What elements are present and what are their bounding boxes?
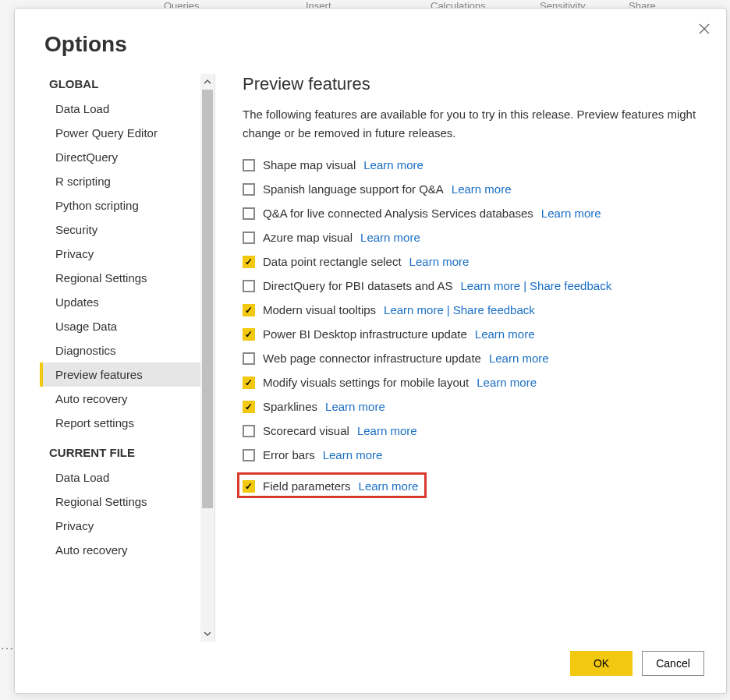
- learn-more-link[interactable]: Learn more: [363, 158, 423, 171]
- dialog-footer: OK Cancel: [15, 642, 726, 693]
- options-dialog: Options GLOBALData LoadPower Query Edito…: [14, 8, 727, 694]
- feature-row: Shape map visualLearn more: [243, 158, 703, 171]
- nav-item[interactable]: Regional Settings: [40, 266, 200, 290]
- sidebar: GLOBALData LoadPower Query EditorDirectQ…: [40, 74, 200, 642]
- cancel-button[interactable]: Cancel: [642, 651, 704, 676]
- nav-item[interactable]: Regional Settings: [40, 490, 200, 514]
- feature-label: Sparklines: [263, 400, 317, 413]
- feature-checkbox[interactable]: [243, 159, 255, 171]
- nav-item[interactable]: Auto recovery: [40, 538, 200, 562]
- feature-label: DirectQuery for PBI datasets and AS: [263, 279, 452, 292]
- feature-label: Shape map visual: [263, 158, 356, 171]
- share-feedback-link[interactable]: Share feedback: [453, 303, 535, 316]
- nav-item[interactable]: Updates: [40, 290, 200, 314]
- content-panel: Preview features The following features …: [215, 74, 726, 642]
- current-file-header: CURRENT FILE: [40, 435, 200, 465]
- content-title: Preview features: [243, 74, 703, 94]
- feature-checkbox[interactable]: [243, 328, 255, 341]
- learn-more-link[interactable]: Learn more: [409, 255, 470, 268]
- nav-item[interactable]: Privacy: [40, 242, 200, 266]
- dialog-title: Options: [15, 9, 726, 57]
- separator: |: [523, 279, 526, 292]
- feature-label: Modern visual tooltips: [263, 303, 376, 316]
- dialog-body: GLOBALData LoadPower Query EditorDirectQ…: [15, 57, 726, 642]
- feature-label: Spanish language support for Q&A: [263, 182, 444, 196]
- nav-item[interactable]: Preview features: [40, 362, 200, 387]
- features-list: Shape map visualLearn moreSpanish langua…: [243, 158, 703, 506]
- scrollbar-thumb[interactable]: [202, 90, 213, 508]
- feature-label: Q&A for live connected Analysis Services…: [263, 207, 533, 220]
- learn-more-link[interactable]: Learn more: [357, 424, 417, 437]
- feature-checkbox[interactable]: [243, 425, 255, 437]
- nav-item[interactable]: DirectQuery: [40, 145, 200, 169]
- feature-label: Modify visuals settings for mobile layou…: [263, 376, 469, 389]
- close-button[interactable]: [695, 19, 714, 38]
- feature-checkbox[interactable]: [243, 232, 255, 244]
- sidebar-wrapper: GLOBALData LoadPower Query EditorDirectQ…: [40, 74, 215, 642]
- nav-item[interactable]: Data Load: [40, 97, 200, 121]
- nav-item[interactable]: Security: [40, 217, 200, 242]
- learn-more-link[interactable]: Learn more: [475, 327, 535, 341]
- scroll-up-icon[interactable]: [200, 74, 214, 90]
- learn-more-link[interactable]: Learn more: [489, 352, 549, 365]
- nav-item[interactable]: Auto recovery: [40, 387, 200, 411]
- nav-item[interactable]: Data Load: [40, 465, 200, 490]
- feature-checkbox[interactable]: [243, 352, 255, 365]
- feature-row: Power BI Desktop infrastructure updateLe…: [243, 327, 703, 341]
- feature-checkbox[interactable]: [243, 304, 255, 316]
- content-description: The following features are available for…: [243, 105, 703, 143]
- learn-more-link[interactable]: Learn more: [541, 207, 601, 220]
- learn-more-link[interactable]: Learn more: [360, 231, 420, 244]
- feature-row: Error barsLearn more: [243, 448, 703, 461]
- feature-checkbox[interactable]: [243, 280, 255, 292]
- separator: |: [447, 303, 450, 316]
- learn-more-link[interactable]: Learn more: [384, 303, 444, 316]
- feature-row: DirectQuery for PBI datasets and ASLearn…: [243, 279, 703, 292]
- feature-label: Web page connector infrastructure update: [263, 352, 481, 365]
- feature-checkbox[interactable]: [243, 377, 255, 389]
- feature-row: SparklinesLearn more: [243, 400, 703, 413]
- feature-checkbox[interactable]: [243, 183, 255, 196]
- feature-row: Modern visual tooltipsLearn more|Share f…: [243, 303, 703, 316]
- close-icon: [699, 23, 710, 34]
- global-header: GLOBAL: [40, 74, 200, 97]
- feature-row: Azure map visualLearn more: [243, 231, 703, 244]
- nav-item[interactable]: Privacy: [40, 514, 200, 538]
- feature-label: Error bars: [263, 448, 315, 461]
- nav-item[interactable]: Diagnostics: [40, 338, 200, 362]
- ok-button[interactable]: OK: [570, 651, 633, 676]
- learn-more-link[interactable]: Learn more: [323, 448, 383, 461]
- scrollbar[interactable]: [200, 74, 214, 642]
- learn-more-link[interactable]: Learn more: [477, 376, 537, 389]
- feature-row: Data point rectangle selectLearn more: [243, 255, 703, 268]
- feature-checkbox[interactable]: [243, 449, 255, 461]
- nav-item[interactable]: R scripting: [40, 169, 200, 193]
- feature-row: Field parametersLearn more: [237, 472, 427, 498]
- feature-row: Scorecard visualLearn more: [243, 424, 703, 437]
- left-dots: …: [0, 637, 14, 653]
- feature-label: Scorecard visual: [263, 424, 349, 437]
- nav-item[interactable]: Report settings: [40, 411, 200, 435]
- feature-row: Modify visuals settings for mobile layou…: [243, 376, 703, 389]
- feature-checkbox[interactable]: [243, 401, 255, 413]
- feature-checkbox[interactable]: [243, 207, 255, 220]
- feature-label: Azure map visual: [263, 231, 353, 244]
- nav-item[interactable]: Usage Data: [40, 314, 200, 338]
- feature-label: Field parameters: [263, 479, 351, 493]
- feature-checkbox[interactable]: [243, 480, 255, 493]
- nav-item[interactable]: Python scripting: [40, 193, 200, 217]
- nav-item[interactable]: Power Query Editor: [40, 121, 200, 145]
- learn-more-link[interactable]: Learn more: [325, 400, 385, 413]
- feature-label: Power BI Desktop infrastructure update: [263, 327, 467, 341]
- scroll-down-icon[interactable]: [200, 626, 214, 642]
- feature-label: Data point rectangle select: [263, 255, 402, 268]
- feature-row: Spanish language support for Q&ALearn mo…: [243, 182, 703, 196]
- learn-more-link[interactable]: Learn more: [460, 279, 520, 292]
- learn-more-link[interactable]: Learn more: [452, 182, 512, 196]
- learn-more-link[interactable]: Learn more: [359, 479, 419, 493]
- feature-row: Web page connector infrastructure update…: [243, 352, 703, 365]
- feature-row: Q&A for live connected Analysis Services…: [243, 207, 703, 220]
- share-feedback-link[interactable]: Share feedback: [530, 279, 611, 292]
- feature-checkbox[interactable]: [243, 256, 255, 268]
